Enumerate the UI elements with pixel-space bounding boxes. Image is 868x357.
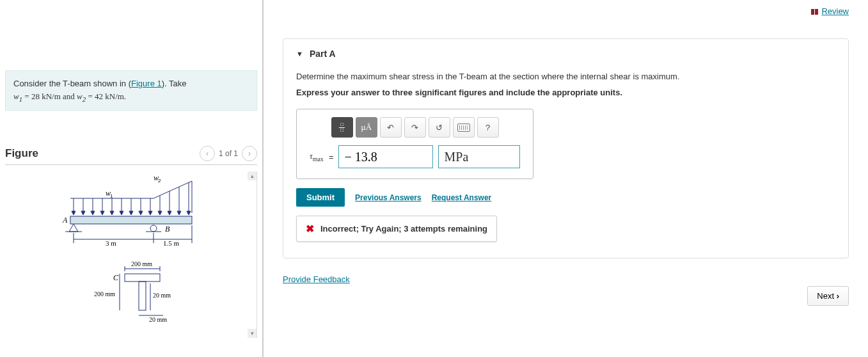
svg-marker-25 — [168, 211, 171, 215]
scroll-down-button[interactable]: ▾ — [248, 329, 256, 338]
svg-marker-7 — [91, 211, 95, 215]
request-answer-link[interactable]: Request Answer — [432, 193, 492, 202]
svg-text:20 mm: 20 mm — [153, 292, 171, 299]
svg-text:20 mm: 20 mm — [149, 316, 167, 322]
svg-marker-19 — [148, 211, 152, 215]
help-button[interactable]: ? — [477, 117, 499, 138]
reset-button[interactable]: ↺ — [429, 117, 450, 138]
units-symbols-button[interactable]: µÅ — [356, 117, 377, 138]
svg-marker-5 — [81, 211, 85, 215]
answer-variable: τmax — [310, 151, 324, 163]
svg-marker-15 — [129, 211, 133, 215]
figure-link[interactable]: Figure 1 — [131, 79, 162, 88]
next-button[interactable]: Next › — [807, 286, 849, 306]
svg-rect-0 — [70, 216, 192, 224]
svg-marker-17 — [139, 211, 143, 215]
answer-value-input[interactable] — [338, 145, 433, 168]
svg-rect-47 — [125, 274, 160, 282]
svg-text:1.5 m: 1.5 m — [163, 239, 180, 247]
svg-marker-13 — [120, 211, 123, 215]
svg-marker-30 — [69, 224, 78, 232]
svg-text:B: B — [165, 225, 170, 234]
provide-feedback-link[interactable]: Provide Feedback — [283, 274, 350, 284]
figure-diagram: w1 w2 A B 3 m 1.5 m 200 mm — [58, 171, 205, 322]
undo-button[interactable]: ↶ — [380, 117, 402, 138]
svg-marker-11 — [110, 211, 114, 215]
part-a-panel: ▼ Part A Determine the maximum shear str… — [283, 38, 849, 258]
svg-rect-48 — [139, 282, 146, 310]
svg-text:1: 1 — [110, 193, 113, 199]
svg-text:200 mm: 200 mm — [131, 260, 152, 267]
answer-toolbar: □□ µÅ ↶ ↷ ↺ ? — [331, 117, 499, 138]
feedback-message: ✖ Incorrect; Try Again; 3 attempts remai… — [296, 216, 497, 242]
template-button[interactable]: □□ — [331, 117, 353, 138]
part-title: Part A — [310, 49, 336, 59]
svg-marker-9 — [100, 211, 104, 215]
svg-marker-3 — [72, 211, 75, 215]
review-icon — [811, 6, 819, 16]
question-prompt: Determine the maximum shear stress in th… — [296, 72, 835, 81]
svg-text:A: A — [62, 216, 68, 225]
scroll-up-button[interactable]: ▴ — [248, 171, 256, 180]
incorrect-icon: ✖ — [306, 223, 314, 235]
svg-marker-27 — [177, 211, 181, 215]
figure-pager: ‹ 1 of 1 › — [200, 146, 257, 161]
problem-statement: Consider the T-beam shown in (Figure 1).… — [5, 70, 257, 111]
svg-text:3 m: 3 m — [106, 239, 116, 247]
svg-text:2: 2 — [158, 178, 161, 184]
figure-title: Figure — [5, 147, 38, 160]
svg-line-20 — [154, 181, 192, 198]
redo-button[interactable]: ↷ — [404, 117, 426, 138]
answer-box: □□ µÅ ↶ ↷ ↺ ? τmax = — [296, 109, 533, 179]
next-figure-button[interactable]: › — [242, 146, 257, 161]
collapse-icon[interactable]: ▼ — [296, 50, 303, 58]
svg-marker-29 — [187, 211, 191, 215]
previous-answers-link[interactable]: Previous Answers — [355, 193, 422, 202]
svg-marker-23 — [158, 211, 162, 215]
answer-instructions: Express your answer to three significant… — [296, 88, 835, 97]
review-link[interactable]: Review — [811, 6, 849, 16]
submit-button[interactable]: Submit — [296, 188, 345, 207]
answer-unit-input[interactable] — [438, 145, 520, 168]
keyboard-button[interactable] — [453, 117, 475, 138]
prev-figure-button[interactable]: ‹ — [200, 146, 215, 161]
svg-text:C: C — [113, 273, 119, 282]
svg-text:200 mm: 200 mm — [94, 290, 115, 298]
svg-point-32 — [150, 225, 157, 232]
